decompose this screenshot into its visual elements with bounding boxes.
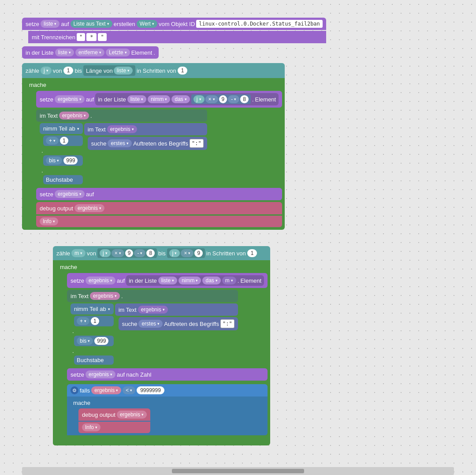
var-liste-pill[interactable]: liste▾ xyxy=(41,20,60,28)
entferne-pill[interactable]: entferne▾ xyxy=(75,49,104,56)
var-erg4-m-pill[interactable]: ergebnis▾ xyxy=(86,370,115,378)
minus-value[interactable]: 8 xyxy=(240,95,249,103)
var-erg6-m-pill[interactable]: ergebnis▾ xyxy=(117,411,147,419)
wert-pill[interactable]: Wert▾ xyxy=(137,20,157,28)
info-pill1[interactable]: Info▾ xyxy=(40,217,58,225)
label-auftreten: Auftreten des Begriffs xyxy=(133,140,188,147)
var-liste-m-pill[interactable]: liste▾ xyxy=(158,277,177,284)
var-erg3-m-pill[interactable]: ergebnis▾ xyxy=(138,306,168,314)
colon-string-m[interactable]: ":" xyxy=(220,319,234,328)
minus-pill-m[interactable]: -▾ xyxy=(134,249,145,257)
label-suche: suche xyxy=(91,140,107,147)
mul-pill-m2[interactable]: ×▾ xyxy=(181,249,193,257)
horizontal-scrollbar[interactable] xyxy=(172,469,304,473)
letzte-pill[interactable]: Letzte▾ xyxy=(106,49,130,56)
label-dot-m: . xyxy=(238,277,239,284)
trennzeichen-open: " xyxy=(77,33,85,41)
var-ergebnis4-pill[interactable]: ergebnis▾ xyxy=(55,190,85,198)
das-m-pill[interactable]: das▾ xyxy=(202,277,220,284)
step-val-m[interactable]: 1 xyxy=(247,249,257,257)
bis-m-pill[interactable]: bis▾ xyxy=(77,337,93,345)
minus-pill[interactable]: -▾ xyxy=(228,95,239,103)
var-erg5-m-pill[interactable]: ergebnis▾ xyxy=(91,386,121,394)
label-nimm-teil-ab: nimm Teil ab xyxy=(43,125,75,132)
var-liste3-pill[interactable]: liste▾ xyxy=(127,95,146,103)
label-nimm-teil-ab-m: nimm Teil ab xyxy=(74,306,106,312)
label-im-text2-m: im Text xyxy=(119,307,137,313)
bis-m-val[interactable]: 999 xyxy=(94,337,108,345)
var-liste2-pill[interactable]: liste▾ xyxy=(114,67,133,75)
label-element-m: Element xyxy=(240,277,261,284)
var-erg-m-pill[interactable]: ergebnis▾ xyxy=(86,277,115,284)
label-bis-m: bis xyxy=(158,250,166,257)
label-erstellen: erstellen xyxy=(114,21,135,27)
trennzeichen-value[interactable]: * xyxy=(86,33,97,41)
label-mit-trennzeichen: mit Trennzeichen xyxy=(32,34,75,41)
label-mache1: mache xyxy=(29,82,46,88)
label-auftreten-m: Auftreten des Begriffs xyxy=(164,321,219,327)
var-erg2-m-pill[interactable]: ergebnis▾ xyxy=(90,292,120,300)
var-ergebnis3-pill[interactable]: ergebnis▾ xyxy=(107,125,137,133)
label-suche-m: suche xyxy=(122,321,138,327)
var-j-pill[interactable]: j▾ xyxy=(41,67,52,75)
label-laenge-von: Länge von xyxy=(86,67,113,74)
label-dot3: . xyxy=(90,112,92,119)
var-ergebnis2-pill[interactable]: ergebnis▾ xyxy=(59,112,89,120)
var-j3-pill[interactable]: j▾ xyxy=(169,249,180,257)
var-ergebnis5-pill[interactable]: ergebnis▾ xyxy=(74,204,104,212)
var-j-pill2[interactable]: j▾ xyxy=(193,95,205,103)
bis-pill[interactable]: bis▾ xyxy=(46,157,62,165)
label-falls: falls xyxy=(80,387,90,394)
label-auf-erg2: auf xyxy=(86,191,94,198)
label-zaehle-m: zähle xyxy=(56,250,70,257)
var-j2-pill[interactable]: j▾ xyxy=(100,249,111,257)
label-in-der-liste: in der Liste xyxy=(26,49,54,56)
label-im-text2: im Text xyxy=(88,126,106,133)
label-buchstabe-m: Buchstabe xyxy=(77,357,104,363)
label-in-der-liste-m: in der Liste xyxy=(129,277,157,284)
label-setze-erg-m: setze xyxy=(71,277,84,284)
bis-value[interactable]: 999 xyxy=(63,157,78,165)
erstes-m-pill[interactable]: erstes▾ xyxy=(138,320,163,328)
label-in-schritten: in Schritten von xyxy=(137,67,176,74)
var-ergebnis-pill[interactable]: ergebnis▾ xyxy=(55,95,85,103)
label-dot-m2: . xyxy=(121,293,123,299)
label-auf: auf xyxy=(61,21,69,27)
nimm-pill[interactable]: nimm▾ xyxy=(148,95,170,103)
label-bis-j: bis xyxy=(74,67,82,74)
mul-value[interactable]: 9 xyxy=(219,95,227,103)
var-liste-pill2[interactable]: liste▾ xyxy=(55,49,74,56)
erstes-pill[interactable]: erstes▾ xyxy=(108,139,132,147)
plus-m-pill[interactable]: +▾ xyxy=(77,317,89,325)
var-m-val-pill[interactable]: m▾ xyxy=(222,277,236,284)
label-debug2: debug output xyxy=(82,411,115,418)
colon-string[interactable]: ":" xyxy=(190,139,204,148)
label-buchstabe: Buchstabe xyxy=(46,176,73,183)
label-im-text-m: im Text xyxy=(71,293,89,299)
label-auf-erg-m: auf xyxy=(117,277,125,284)
plus-pill[interactable]: +▾ xyxy=(46,137,59,145)
label-nach-zahl: nach Zahl xyxy=(126,371,151,378)
minus-val-m[interactable]: 8 xyxy=(146,249,155,257)
step-value[interactable]: 1 xyxy=(178,67,188,75)
das-pill[interactable]: das▾ xyxy=(171,95,190,103)
from-value[interactable]: 1 xyxy=(63,67,74,75)
condition-val[interactable]: 9999999 xyxy=(137,386,164,394)
plus-m-val[interactable]: 1 xyxy=(91,317,99,325)
liste-aus-text-pill[interactable]: Liste aus Text▾ xyxy=(71,20,112,28)
mul-val-m[interactable]: 9 xyxy=(125,249,134,257)
label-von-m: von xyxy=(87,250,96,257)
var-m-pill[interactable]: m▾ xyxy=(71,249,86,257)
label-element2: Element xyxy=(255,96,276,103)
less-pill[interactable]: <▾ xyxy=(123,386,135,394)
mul-pill-m[interactable]: ×▾ xyxy=(112,249,124,257)
label-element: Element xyxy=(131,49,152,56)
mul-val-m2[interactable]: 9 xyxy=(194,249,203,257)
label-setze-erg: setze xyxy=(40,96,53,103)
mul-pill[interactable]: ×▾ xyxy=(205,95,218,103)
plus-value[interactable]: 1 xyxy=(60,137,68,145)
objekt-id-value[interactable]: linux-control.0.Docker.Status_fail2ban xyxy=(196,20,323,28)
nimm-m-pill[interactable]: nimm▾ xyxy=(178,277,201,284)
info-pill2[interactable]: Info▾ xyxy=(82,423,100,431)
label-auf-erg-m2: auf xyxy=(117,371,125,378)
